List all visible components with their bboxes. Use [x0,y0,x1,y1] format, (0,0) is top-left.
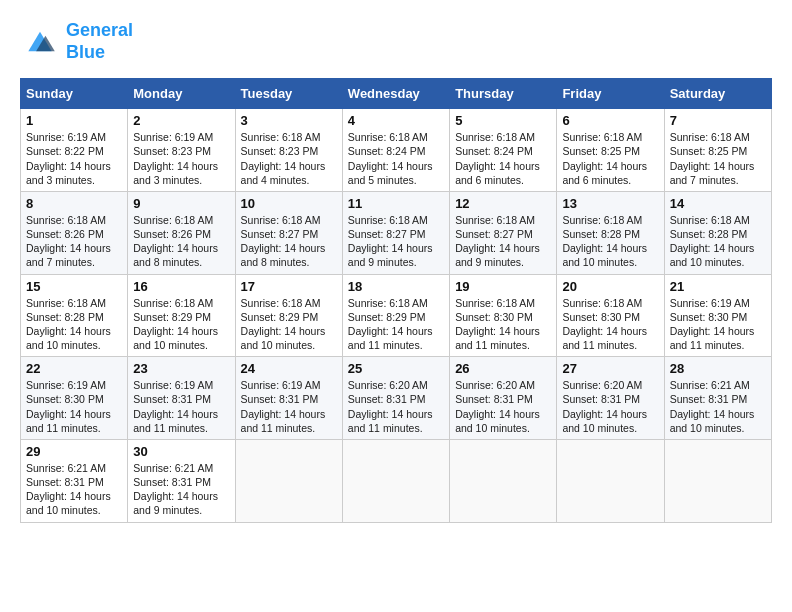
day-number: 29 [26,444,122,459]
cell-info: Sunrise: 6:18 AMSunset: 8:28 PMDaylight:… [670,213,766,270]
day-number: 30 [133,444,229,459]
calendar-cell: 18Sunrise: 6:18 AMSunset: 8:29 PMDayligh… [342,274,449,357]
calendar-cell [664,439,771,522]
day-number: 15 [26,279,122,294]
calendar-cell: 27Sunrise: 6:20 AMSunset: 8:31 PMDayligh… [557,357,664,440]
cell-info: Sunrise: 6:18 AMSunset: 8:26 PMDaylight:… [26,213,122,270]
day-number: 5 [455,113,551,128]
cell-info: Sunrise: 6:18 AMSunset: 8:25 PMDaylight:… [562,130,658,187]
day-number: 14 [670,196,766,211]
cell-info: Sunrise: 6:18 AMSunset: 8:25 PMDaylight:… [670,130,766,187]
cell-info: Sunrise: 6:18 AMSunset: 8:30 PMDaylight:… [562,296,658,353]
calendar-cell [557,439,664,522]
cell-info: Sunrise: 6:18 AMSunset: 8:23 PMDaylight:… [241,130,337,187]
calendar-cell: 14Sunrise: 6:18 AMSunset: 8:28 PMDayligh… [664,191,771,274]
logo: General Blue [20,20,133,63]
cell-info: Sunrise: 6:18 AMSunset: 8:29 PMDaylight:… [241,296,337,353]
header-sunday: Sunday [21,79,128,109]
calendar-cell: 21Sunrise: 6:19 AMSunset: 8:30 PMDayligh… [664,274,771,357]
calendar-cell: 8Sunrise: 6:18 AMSunset: 8:26 PMDaylight… [21,191,128,274]
day-number: 1 [26,113,122,128]
calendar-cell: 29Sunrise: 6:21 AMSunset: 8:31 PMDayligh… [21,439,128,522]
cell-info: Sunrise: 6:21 AMSunset: 8:31 PMDaylight:… [26,461,122,518]
calendar-cell: 9Sunrise: 6:18 AMSunset: 8:26 PMDaylight… [128,191,235,274]
calendar-cell: 11Sunrise: 6:18 AMSunset: 8:27 PMDayligh… [342,191,449,274]
calendar-cell: 24Sunrise: 6:19 AMSunset: 8:31 PMDayligh… [235,357,342,440]
cell-info: Sunrise: 6:19 AMSunset: 8:30 PMDaylight:… [670,296,766,353]
cell-info: Sunrise: 6:20 AMSunset: 8:31 PMDaylight:… [455,378,551,435]
cell-info: Sunrise: 6:18 AMSunset: 8:24 PMDaylight:… [348,130,444,187]
calendar-week-row: 15Sunrise: 6:18 AMSunset: 8:28 PMDayligh… [21,274,772,357]
header-tuesday: Tuesday [235,79,342,109]
cell-info: Sunrise: 6:19 AMSunset: 8:31 PMDaylight:… [133,378,229,435]
calendar-cell: 16Sunrise: 6:18 AMSunset: 8:29 PMDayligh… [128,274,235,357]
cell-info: Sunrise: 6:18 AMSunset: 8:29 PMDaylight:… [133,296,229,353]
cell-info: Sunrise: 6:18 AMSunset: 8:30 PMDaylight:… [455,296,551,353]
calendar-week-row: 22Sunrise: 6:19 AMSunset: 8:30 PMDayligh… [21,357,772,440]
cell-info: Sunrise: 6:18 AMSunset: 8:27 PMDaylight:… [348,213,444,270]
calendar-week-row: 1Sunrise: 6:19 AMSunset: 8:22 PMDaylight… [21,109,772,192]
day-number: 10 [241,196,337,211]
day-number: 22 [26,361,122,376]
day-number: 4 [348,113,444,128]
cell-info: Sunrise: 6:18 AMSunset: 8:28 PMDaylight:… [562,213,658,270]
day-number: 2 [133,113,229,128]
calendar-cell: 17Sunrise: 6:18 AMSunset: 8:29 PMDayligh… [235,274,342,357]
header-thursday: Thursday [450,79,557,109]
cell-info: Sunrise: 6:19 AMSunset: 8:31 PMDaylight:… [241,378,337,435]
cell-info: Sunrise: 6:18 AMSunset: 8:26 PMDaylight:… [133,213,229,270]
day-number: 21 [670,279,766,294]
cell-info: Sunrise: 6:20 AMSunset: 8:31 PMDaylight:… [562,378,658,435]
calendar-cell: 4Sunrise: 6:18 AMSunset: 8:24 PMDaylight… [342,109,449,192]
calendar-cell: 15Sunrise: 6:18 AMSunset: 8:28 PMDayligh… [21,274,128,357]
header-wednesday: Wednesday [342,79,449,109]
calendar-cell: 5Sunrise: 6:18 AMSunset: 8:24 PMDaylight… [450,109,557,192]
cell-info: Sunrise: 6:20 AMSunset: 8:31 PMDaylight:… [348,378,444,435]
calendar-cell: 22Sunrise: 6:19 AMSunset: 8:30 PMDayligh… [21,357,128,440]
day-number: 20 [562,279,658,294]
calendar-cell [235,439,342,522]
calendar-header-row: SundayMondayTuesdayWednesdayThursdayFrid… [21,79,772,109]
calendar-cell: 19Sunrise: 6:18 AMSunset: 8:30 PMDayligh… [450,274,557,357]
cell-info: Sunrise: 6:19 AMSunset: 8:23 PMDaylight:… [133,130,229,187]
calendar-cell: 1Sunrise: 6:19 AMSunset: 8:22 PMDaylight… [21,109,128,192]
calendar-cell: 2Sunrise: 6:19 AMSunset: 8:23 PMDaylight… [128,109,235,192]
day-number: 17 [241,279,337,294]
header-saturday: Saturday [664,79,771,109]
calendar-week-row: 8Sunrise: 6:18 AMSunset: 8:26 PMDaylight… [21,191,772,274]
day-number: 13 [562,196,658,211]
day-number: 16 [133,279,229,294]
day-number: 11 [348,196,444,211]
calendar-week-row: 29Sunrise: 6:21 AMSunset: 8:31 PMDayligh… [21,439,772,522]
logo-icon [20,24,60,59]
day-number: 18 [348,279,444,294]
calendar-cell: 13Sunrise: 6:18 AMSunset: 8:28 PMDayligh… [557,191,664,274]
day-number: 6 [562,113,658,128]
day-number: 25 [348,361,444,376]
cell-info: Sunrise: 6:19 AMSunset: 8:22 PMDaylight:… [26,130,122,187]
day-number: 3 [241,113,337,128]
day-number: 26 [455,361,551,376]
day-number: 27 [562,361,658,376]
day-number: 8 [26,196,122,211]
calendar-cell: 10Sunrise: 6:18 AMSunset: 8:27 PMDayligh… [235,191,342,274]
page-header: General Blue [20,20,772,63]
day-number: 24 [241,361,337,376]
day-number: 12 [455,196,551,211]
calendar-cell: 3Sunrise: 6:18 AMSunset: 8:23 PMDaylight… [235,109,342,192]
day-number: 7 [670,113,766,128]
cell-info: Sunrise: 6:18 AMSunset: 8:28 PMDaylight:… [26,296,122,353]
calendar-cell: 23Sunrise: 6:19 AMSunset: 8:31 PMDayligh… [128,357,235,440]
header-monday: Monday [128,79,235,109]
calendar-cell: 28Sunrise: 6:21 AMSunset: 8:31 PMDayligh… [664,357,771,440]
day-number: 28 [670,361,766,376]
calendar-cell: 20Sunrise: 6:18 AMSunset: 8:30 PMDayligh… [557,274,664,357]
calendar-cell: 7Sunrise: 6:18 AMSunset: 8:25 PMDaylight… [664,109,771,192]
day-number: 19 [455,279,551,294]
calendar-cell [342,439,449,522]
calendar-cell: 30Sunrise: 6:21 AMSunset: 8:31 PMDayligh… [128,439,235,522]
calendar-cell: 25Sunrise: 6:20 AMSunset: 8:31 PMDayligh… [342,357,449,440]
cell-info: Sunrise: 6:18 AMSunset: 8:27 PMDaylight:… [455,213,551,270]
cell-info: Sunrise: 6:21 AMSunset: 8:31 PMDaylight:… [670,378,766,435]
day-number: 9 [133,196,229,211]
